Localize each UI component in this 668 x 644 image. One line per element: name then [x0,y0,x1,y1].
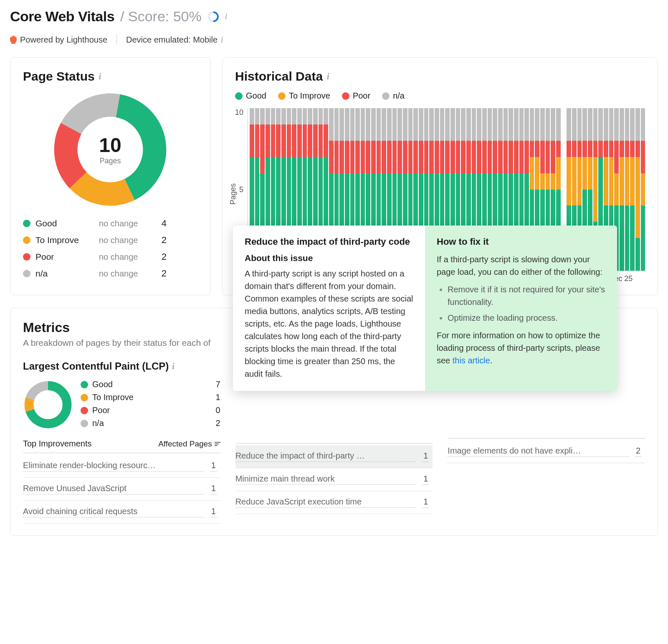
seg-na [250,108,254,124]
improvement-row[interactable]: Minimize main thread work1 [235,468,433,491]
legend-item[interactable]: Good [235,91,266,101]
seg-na [524,108,529,141]
seg-poor [308,124,312,157]
legend-count: 4 [154,218,167,229]
seg-na [504,108,508,141]
seg-good [635,238,640,271]
seg-poor [514,141,519,173]
sort-icon[interactable] [215,442,220,446]
improvement-row[interactable]: Remove Unused JavaScript1 [23,478,220,501]
powered-by-label: Powered by Lighthouse [20,35,107,45]
seg-poor [250,124,254,157]
legend-count: 2 [154,251,167,262]
improvement-name: Reduce JavaScript execution time [235,497,416,508]
mini-legend-row[interactable]: To Improve1 [81,393,220,402]
seg-poor [397,141,402,173]
bar-column[interactable] [620,108,624,271]
seg-na [319,108,323,124]
improvement-row[interactable]: Avoid chaining critical requests1 [23,501,220,524]
page-status-donut[interactable]: 10 Pages [52,91,169,208]
seg-poor [572,141,577,157]
page-header: Core Web Vitals / Score: 50% i [10,8,658,25]
bar-column[interactable] [635,108,640,271]
improvement-count: 1 [210,461,217,472]
seg-poor [524,141,529,173]
seg-poor [339,141,344,173]
improvement-count: 1 [423,451,429,462]
seg-poor [445,141,450,173]
seg-na [614,108,619,141]
legend-row[interactable]: Good no change 4 [23,218,197,229]
seg-na [477,108,481,141]
seg-poor [635,141,640,157]
seg-poor [350,141,355,173]
seg-na [493,108,497,141]
improvements-header: Top ImprovementsAffected Pages [23,439,220,453]
info-icon[interactable]: i [225,12,228,21]
improvement-row[interactable]: Reduce JavaScript execution time1 [235,491,433,514]
mini-legend-row[interactable]: Poor0 [81,406,220,415]
seg-na [281,108,286,124]
improvement-name: Remove Unused JavaScript [23,484,204,494]
seg-poor [509,141,513,173]
improvement-name: Reduce the impact of third-party … [235,451,416,462]
popover-article-link[interactable]: this article [453,356,490,365]
legend-row[interactable]: Poor no change 2 [23,251,197,262]
seg-poor [319,124,323,157]
seg-poor [582,141,587,157]
metric-donut[interactable] [23,380,73,430]
seg-na [366,108,370,141]
seg-na [397,108,402,141]
legend-row[interactable]: n/a no change 2 [23,268,197,279]
seg-improve [535,157,539,190]
score-label: / Score: 50% [120,8,202,25]
seg-poor [477,141,481,173]
info-icon[interactable]: i [99,72,101,81]
seg-na [392,108,397,141]
improvement-row[interactable]: Eliminate render-blocking resourc…1 [23,455,220,478]
info-icon[interactable]: i [327,72,329,81]
info-icon[interactable]: i [221,35,223,45]
seg-poor [472,141,476,173]
donut-center-label: Pages [99,157,121,165]
status-dot-icon [81,381,88,388]
seg-poor [630,141,635,157]
seg-na [635,108,640,141]
mini-legend-row[interactable]: n/a2 [81,418,220,428]
seg-poor [641,141,645,173]
mini-legend-label: To Improve [92,393,206,402]
affected-col-header[interactable]: Affected Pages [158,439,220,449]
legend-item[interactable]: n/a [382,91,405,101]
seg-improve [530,157,534,190]
historical-legend: GoodTo ImprovePoorn/a [235,91,645,101]
seg-poor [488,141,492,173]
seg-na [498,108,503,141]
divider-icon [116,35,117,45]
seg-poor [371,141,376,173]
bar-column[interactable] [630,108,635,271]
seg-poor [355,141,360,173]
seg-good [641,205,645,271]
seg-poor [593,141,598,157]
bar-column[interactable] [641,108,645,271]
seg-na [355,108,360,141]
seg-na [292,108,296,124]
donut-center-value: 10 [99,134,121,157]
legend-label: To Improve [289,91,330,101]
mini-legend-row[interactable]: Good7 [81,380,220,389]
improvement-row[interactable]: Reduce the impact of third-party …1 [235,445,433,468]
improvements-col-header[interactable]: Top Improvements [23,439,158,449]
legend-item[interactable]: To Improve [278,91,330,101]
info-icon[interactable]: i [172,362,175,371]
status-dot-icon [23,253,30,261]
seg-na [382,108,386,141]
legend-change: no change [99,252,149,262]
legend-item[interactable]: Poor [342,91,370,101]
seg-poor [535,141,539,157]
legend-row[interactable]: To Improve no change 2 [23,235,197,246]
bar-column[interactable] [625,108,630,271]
improvement-row[interactable]: Image elements do not have expli…2 [448,440,645,463]
legend-change: no change [99,236,149,245]
seg-na [440,108,445,141]
seg-na [546,108,550,141]
